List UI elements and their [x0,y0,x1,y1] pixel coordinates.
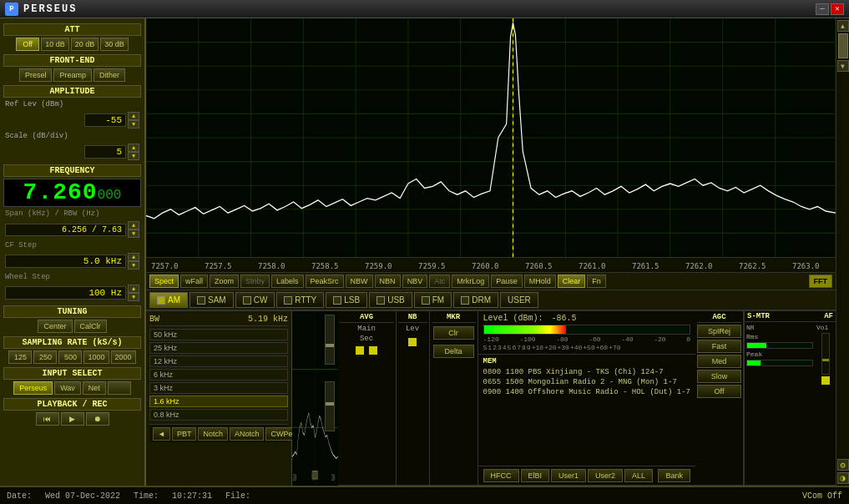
agc-fast-button[interactable]: Fast [697,340,741,353]
svg-text:7259.0: 7259.0 [365,262,392,270]
mem-bank-button[interactable]: Bank [658,469,690,482]
agc-slow-button[interactable]: Slow [697,370,741,383]
mhold-button[interactable]: MHold [524,275,556,288]
sr-1000-button[interactable]: 1000 [83,350,109,364]
labels-button[interactable]: Labels [271,275,304,288]
close-button[interactable]: ✕ [831,3,844,15]
play-prev-button[interactable]: ⏮ [36,412,59,426]
bw-50k[interactable]: 50 kHz [149,329,288,340]
att-30db-button[interactable]: 30 dB [100,38,129,51]
ref-lev-down[interactable]: ▼ [128,120,139,129]
input-net-button[interactable]: Net [83,381,106,395]
pause-button[interactable]: Pause [491,275,523,288]
wheel-step-up[interactable]: ▲ [128,285,139,293]
zoom-button[interactable]: Zoom [210,275,239,288]
mode-lsb[interactable]: LSB [326,292,367,308]
cf-step-stepper[interactable]: ▲ ▼ [128,253,139,270]
mode-sam[interactable]: SAM [190,292,234,308]
mode-fm[interactable]: FM [414,292,452,308]
minimize-button[interactable]: ─ [816,3,829,15]
ref-lev-stepper[interactable]: ▲ ▼ [128,112,139,129]
span-stepper[interactable]: ▲ ▼ [128,221,139,238]
agc-med-button[interactable]: Med [697,355,741,368]
pbt-left-button[interactable]: ◄ [153,427,170,441]
peaksrc-button[interactable]: PeakSrc [306,275,344,288]
sr-500-button[interactable]: 500 [58,350,82,364]
spect-button[interactable]: Spect [149,275,179,288]
sampling-buttons: 125 250 500 1000 2000 [3,350,141,364]
mode-cw[interactable]: CW [235,292,275,308]
sr-250-button[interactable]: 250 [33,350,57,364]
span-down[interactable]: ▼ [128,229,139,238]
fft-button[interactable]: FFT [809,275,833,288]
presel-button[interactable]: Presel [19,68,53,82]
notch-button[interactable]: Notch [198,427,228,441]
bw-25k[interactable]: 25 kHz [149,342,288,354]
bw-6k[interactable]: 6 kHz [149,369,288,381]
scale-val: 5 [84,145,126,159]
cf-step-up[interactable]: ▲ [128,253,139,261]
mode-am[interactable]: AM [149,292,188,308]
pbt-button[interactable]: PBT [172,427,197,441]
atc-button[interactable]: Atc [429,275,450,288]
avg-sec-label: Sec [340,335,394,343]
mem-elbi-button[interactable]: ElBI [521,469,550,482]
mem-user1-button[interactable]: User1 [551,469,586,482]
calclr-button[interactable]: CalClr [74,320,107,333]
fn-button[interactable]: Fn [587,275,606,288]
bw-0k8[interactable]: 0.8 kHz [149,409,288,421]
nbw-button[interactable]: NBW [346,275,373,288]
play-button[interactable]: ▶ [61,412,84,426]
mode-rtty[interactable]: RTTY [276,292,324,308]
play-rec-button[interactable]: ⏺ [86,412,109,426]
agc-splrej-button[interactable]: SpIRej [697,325,741,338]
scroll-down-button[interactable]: ▼ [837,60,849,72]
scroll-thumb[interactable] [838,33,848,58]
dither-button[interactable]: Dither [93,68,125,82]
sr-125-button[interactable]: 125 [8,350,32,364]
bw-1k6[interactable]: 1.6 kHz [149,396,288,407]
input-wav-button[interactable]: Wav [54,381,81,395]
settings-icon[interactable]: ⚙ [837,459,849,471]
half-circle-icon[interactable]: ◑ [837,472,849,484]
agc-off-button[interactable]: Off [697,385,741,398]
avg-main-label: Main [340,325,394,333]
mkr-delta-button[interactable]: Delta [433,345,474,358]
preamp-button[interactable]: Preamp [53,68,92,82]
bw-3k[interactable]: 3 kHz [149,382,288,394]
scale-stepper[interactable]: ▲ ▼ [128,144,139,160]
nbn-button[interactable]: NBN [375,275,401,288]
mode-drm[interactable]: DRM [453,292,498,308]
scale-down[interactable]: ▼ [128,152,139,160]
anotch-button[interactable]: ANotch [230,427,265,441]
mode-usb[interactable]: USB [369,292,412,308]
ref-lev-up[interactable]: ▲ [128,112,139,120]
scale-up[interactable]: ▲ [128,144,139,152]
wheel-step-down[interactable]: ▼ [128,293,139,301]
mode-user[interactable]: USER [500,292,538,308]
att-20db-button[interactable]: 20 dB [71,38,99,51]
mem-hfcc-button[interactable]: HFCC [483,469,519,482]
mkr-clr-button[interactable]: Clr [433,326,474,340]
wfall-button[interactable]: wFall [180,275,208,288]
audio-spectrum[interactable]: -2000 0 2000 [292,311,338,486]
center-button[interactable]: Center [38,320,72,333]
span-up[interactable]: ▲ [128,221,139,229]
bw-12k[interactable]: 12 kHz [149,355,288,367]
mrkrlog-button[interactable]: MrkrLog [452,275,489,288]
wheel-step-stepper[interactable]: ▲ ▼ [128,285,139,301]
input-other-button[interactable] [108,381,131,395]
att-10db-button[interactable]: 10 dB [41,38,69,51]
mem-all-button[interactable]: ALL [624,469,653,482]
mem-user2-button[interactable]: User2 [588,469,623,482]
sr-2000-button[interactable]: 2000 [111,350,136,364]
tuning-buttons: Center CalClr [3,320,141,333]
input-perseus-button[interactable]: Perseus [13,381,53,395]
att-off-button[interactable]: Off [16,38,39,51]
scroll-up-button[interactable]: ▲ [837,20,849,32]
spectrum-canvas[interactable] [146,18,836,258]
nbv-button[interactable]: NBV [402,275,428,288]
stnby-button[interactable]: Stnby [240,275,270,288]
cf-step-down[interactable]: ▼ [128,261,139,270]
clear-button[interactable]: Clear [558,275,586,288]
